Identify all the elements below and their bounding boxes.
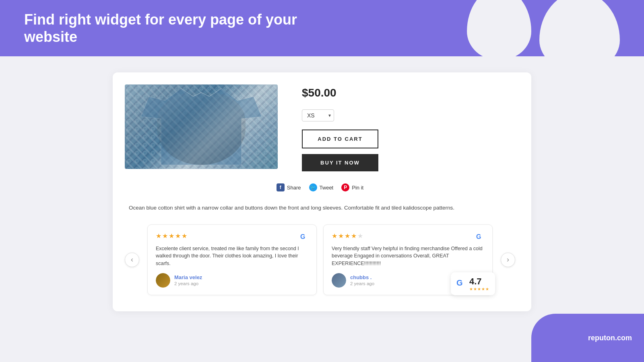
add-to-cart-button[interactable]: ADD TO CART: [302, 130, 378, 148]
footer-blob: reputon.com: [531, 314, 644, 362]
reviews-container: ★★★★★ G Excelente client service, treate…: [147, 224, 493, 295]
facebook-share[interactable]: f Share: [277, 183, 301, 191]
reviewer-2-time: 2 years ago: [350, 281, 374, 286]
rating-score: 4.7: [469, 276, 489, 287]
footer-site: reputon.com: [588, 334, 632, 342]
reviewer-1-info: Maria velez 2 years ago: [174, 274, 202, 286]
header-title: Find right widget for every page of your…: [24, 11, 306, 45]
reviews-prev-button[interactable]: ‹: [125, 253, 139, 267]
review-2-header: ★★★★★ G: [332, 232, 484, 241]
reviewer-2-name: chubbs .: [350, 274, 374, 280]
size-select-wrapper: XS S M L XL ▾: [302, 109, 515, 121]
size-select-container[interactable]: XS S M L XL ▾: [302, 109, 334, 121]
reviewer-2-avatar: [332, 273, 346, 288]
reviewer-1-time: 2 years ago: [174, 281, 202, 286]
reviewer-1-avatar-img: [156, 273, 170, 288]
reviews-next-button[interactable]: ›: [501, 253, 515, 267]
social-share: f Share 🐦 Tweet P Pin it: [125, 183, 515, 191]
reviews-section: ‹ ★★★★★ G Excelente client service, trea…: [125, 224, 515, 295]
reviewer-2-info: chubbs . 2 years ago: [350, 274, 374, 286]
main-content: $50.00 XS S M L XL ▾ ADD TO CART B: [0, 56, 644, 327]
reviewer-1: Maria velez 2 years ago: [156, 273, 308, 288]
pinterest-share-label: Pin it: [352, 185, 363, 191]
facebook-share-label: Share: [287, 185, 301, 191]
rating-stars-small: ★★★★★: [469, 287, 489, 291]
twitter-share[interactable]: 🐦 Tweet: [309, 183, 334, 191]
twitter-icon: 🐦: [309, 183, 317, 191]
reviewer-1-avatar: [156, 273, 170, 288]
product-price: $50.00: [302, 86, 515, 99]
header-blob1: [467, 0, 531, 56]
facebook-icon: f: [277, 183, 285, 191]
reviewer-2-avatar-img: [332, 273, 346, 288]
google-icon-1: G: [299, 232, 308, 241]
review-2-stars: ★★★★★: [332, 232, 364, 240]
header: Find right widget for every page of your…: [0, 0, 644, 56]
rating-score-container: 4.7 ★★★★★: [469, 276, 489, 291]
buy-now-button[interactable]: BUY IT NOW: [302, 154, 378, 171]
product-card: $50.00 XS S M L XL ▾ ADD TO CART B: [113, 72, 531, 311]
pinterest-icon: P: [341, 183, 349, 191]
rating-badge: G 4.7 ★★★★★: [451, 272, 495, 295]
product-image: [125, 84, 278, 169]
pinterest-share[interactable]: P Pin it: [341, 183, 363, 191]
svg-text:G: G: [456, 278, 463, 287]
size-select[interactable]: XS S M L XL: [302, 109, 334, 121]
reviewer-1-name: Maria velez: [174, 274, 202, 280]
review-card-1: ★★★★★ G Excelente client service, treate…: [147, 224, 317, 295]
svg-text:G: G: [476, 233, 481, 240]
review-2-text: Very friendly staff Very helpful in find…: [332, 245, 484, 267]
review-1-text: Excelente client service, treated me lik…: [156, 245, 308, 267]
twitter-share-label: Tweet: [320, 185, 334, 191]
svg-text:G: G: [300, 233, 305, 240]
product-image-container: [125, 84, 278, 171]
google-icon-2: G: [475, 232, 484, 241]
header-blob2: [539, 0, 620, 56]
review-1-stars: ★★★★★: [156, 232, 188, 240]
product-description: Ocean blue cotton shirt with a narrow co…: [125, 204, 515, 212]
product-top: $50.00 XS S M L XL ▾ ADD TO CART B: [125, 84, 515, 171]
product-details: $50.00 XS S M L XL ▾ ADD TO CART B: [302, 84, 515, 171]
google-logo-badge: G: [456, 278, 466, 289]
review-1-header: ★★★★★ G: [156, 232, 308, 241]
svg-rect-3: [125, 84, 278, 169]
